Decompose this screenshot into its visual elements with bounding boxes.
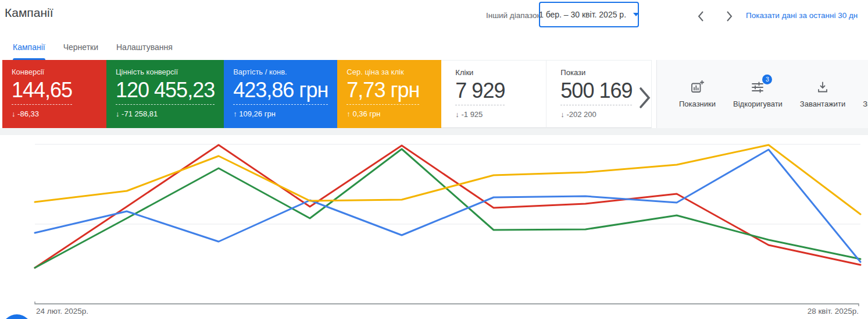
series-line-Конверсії [35,145,860,268]
toolbar-collapse-button[interactable]: Згорнути [863,80,868,108]
scorecard-avg-cpc[interactable]: Сер. ціна за клік7,73 грн↑ 0,36 грн [337,60,441,128]
x-axis-start-label: 24 лют. 2025р. [36,307,88,316]
x-axis-line [35,302,859,306]
chevron-left-icon [697,10,704,22]
scorecard-value-text: 7 929 [455,79,505,102]
chevron-right-icon [726,10,733,22]
tab-settings[interactable]: Налаштування [116,35,173,60]
scorecard-clicks[interactable]: Кліки7 929↓ -1 925 [441,60,546,128]
scorecards-next-button[interactable] [633,84,657,111]
next-range-button[interactable] [721,8,738,25]
scorecard-label: Конверсії [12,68,97,76]
scorecard-value: 120 455,23 [116,79,215,105]
show-last-30-days-link[interactable]: Показати дані за останні 30 дн [746,11,858,20]
scorecard-value-faded: 9 [621,79,632,102]
scorecard-value: 500 169 [560,80,632,105]
scorecard-delta: ↓ -71 258,81 [116,109,215,118]
scorecard-value: 7 929 [455,80,505,105]
toolbar-label: Відкоригувати [733,100,783,108]
scorecard-label: Вартість / конв. [233,68,328,76]
toolbar-adjust-button[interactable]: 3Відкоригувати [733,80,783,108]
chevron-right-icon [638,87,651,109]
adjust-columns-icon: 3 [751,80,765,94]
tab-campaigns[interactable]: Кампанії [13,35,45,60]
campaigns-page: Кампанії Інший діапазон 1 бер. – 30 квіт… [0,0,868,319]
toolbar-label: Показники [679,100,716,108]
scorecard-value-text: 144,65 [12,78,72,102]
scorecard-delta: ↑ 109,26 грн [233,109,328,118]
scorecard-value-text: 423,86 грн [233,78,328,102]
scorecard-delta: ↑ 0,36 грн [347,109,432,118]
scorecard-delta: ↓ -202 200 [560,110,637,119]
scorecard-delta: ↓ -86,33 [12,109,97,118]
scorecard-value: 423,86 грн [233,79,328,105]
series-line-Цінність конверсії [35,149,860,268]
performance-chart: 24 лют. 2025р. 28 квіт. 2025р. [0,135,868,319]
toolbar-label: Завантажити [800,100,845,108]
notification-badge: 3 [762,75,772,84]
x-axis-end-label: 28 квіт. 2025р. [808,307,859,316]
toolbar-label: Згорнути [863,100,868,108]
scorecard-cost-per-conversion[interactable]: Вартість / конв.423,86 грн↑ 109,26 грн [224,60,337,128]
caret-down-icon [633,13,639,16]
scorecard-value: 144,65 [12,79,72,105]
chart-toolbar: Показники3ВідкоригуватиЗавантажитиЗгорну… [656,60,868,128]
scorecard-value-text: 500 16 [560,79,621,102]
line-chart[interactable] [0,135,868,319]
scorecards-row: Конверсії144,65↓ -86,33Цінність конверсі… [2,60,652,128]
metrics-icon [690,80,704,94]
series-line-Вартість / конв. [35,150,860,262]
scorecard-label: Покази [560,68,637,77]
date-range-value: 1 бер. – 30 квіт. 2025 р. [539,10,626,19]
page-title: Кампанії [5,6,53,20]
previous-range-button[interactable] [692,8,709,25]
scorecard-conversions[interactable]: Конверсії144,65↓ -86,33 [2,60,106,128]
scorecard-label: Сер. ціна за клік [347,68,432,76]
section-divider [0,128,868,135]
tab-drafts[interactable]: Чернетки [63,35,98,60]
toolbar-download-button[interactable]: Завантажити [800,80,845,108]
scorecard-label: Цінність конверсії [116,68,215,76]
date-range-picker[interactable]: 1 бер. – 30 квіт. 2025 р. [539,2,639,27]
scorecard-delta: ↓ -1 925 [455,110,532,119]
scorecard-conversion-value[interactable]: Цінність конверсії120 455,23↓ -71 258,81 [106,60,224,128]
top-bar: Кампанії Інший діапазон 1 бер. – 30 квіт… [0,0,868,35]
scorecard-value-text: 120 455,23 [116,78,215,102]
other-range-label: Інший діапазон [486,11,541,20]
download-icon [816,80,830,94]
scorecard-value-text: 7,73 грн [347,78,419,102]
series-line-Сер. ціна за клік [35,145,860,214]
scorecard-label: Кліки [455,68,532,77]
toolbar-metrics-button[interactable]: Показники [679,80,716,108]
scorecard-value: 7,73 грн [347,79,419,105]
tab-bar: КампаніїЧернеткиНалаштування [0,35,868,60]
